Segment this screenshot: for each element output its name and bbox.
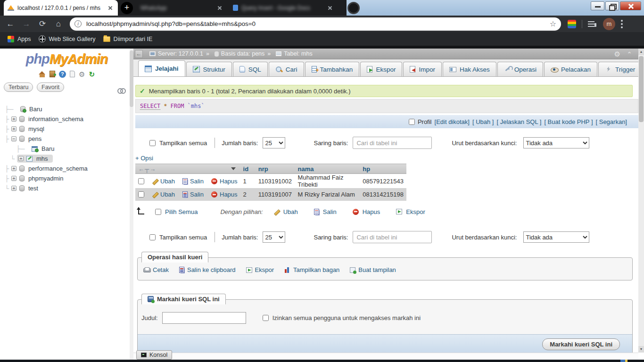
bookmark-submit-button[interactable]: Markahi kueri SQL ini	[542, 338, 620, 350]
row-edit-link[interactable]: Ubah	[160, 191, 175, 198]
logout-icon[interactable]	[50, 71, 55, 77]
filter-rows-input[interactable]	[353, 231, 432, 243]
column-header-hp[interactable]: hp	[360, 164, 406, 174]
rows-count-select[interactable]: 25	[263, 137, 285, 148]
refresh-icon[interactable]	[89, 71, 95, 78]
site-info-icon[interactable]	[74, 20, 82, 27]
tab-tambahkan[interactable]: Tambahkan	[305, 62, 360, 76]
tree-item-information-schema[interactable]: ├ information_schema	[0, 114, 133, 124]
browser-tab-whatsapp[interactable]: WhatsApp	[137, 0, 227, 16]
expand-icon[interactable]	[11, 116, 17, 122]
display-chart-link[interactable]: Tampilkan bagan	[293, 266, 339, 273]
column-nav-header[interactable]: ←┬→	[135, 164, 240, 174]
export-link[interactable]: Ekspor	[255, 266, 274, 273]
tree-item-new-database[interactable]: ├─ Baru	[0, 104, 133, 114]
back-icon[interactable]: ←	[5, 18, 16, 30]
tab-operasi[interactable]: Operasi	[497, 62, 543, 76]
page-scrollbar[interactable]	[638, 49, 644, 353]
sidebar-scrollbar[interactable]	[130, 49, 133, 360]
tree-item-new-table[interactable]: ├─ Baru	[0, 144, 133, 154]
edit-pencil-icon[interactable]	[152, 178, 158, 184]
page-settings-gear-icon[interactable]	[614, 50, 620, 58]
tab-struktur[interactable]: Struktur	[186, 62, 232, 76]
favorite-tables-button[interactable]: Favorit	[37, 82, 64, 92]
scroll-up-icon[interactable]	[638, 49, 644, 55]
row-delete-link[interactable]: Hapus	[220, 178, 238, 185]
sort-caret-icon[interactable]	[231, 167, 236, 170]
settings-gear-icon[interactable]	[79, 71, 85, 78]
tab-sql[interactable]: SQL	[233, 62, 268, 76]
copy-icon[interactable]	[314, 209, 319, 215]
tree-item-mysql[interactable]: ├ mysql	[0, 124, 133, 134]
show-all-checkbox[interactable]	[149, 140, 156, 146]
tab-cari[interactable]: Cari	[269, 62, 304, 76]
close-icon[interactable]	[107, 4, 114, 12]
column-header-id[interactable]: id	[240, 164, 256, 174]
chart-icon[interactable]	[284, 267, 290, 273]
create-php-code-link[interactable]: [ Buat kode PHP ]	[544, 118, 593, 125]
bookmark-web-slice-gallery[interactable]: Web Slice Gallery	[39, 35, 96, 42]
delete-icon[interactable]	[211, 191, 217, 197]
rows-count-select[interactable]: 25	[263, 231, 285, 243]
row-checkbox[interactable]	[138, 178, 144, 184]
link-chain-icon[interactable]	[117, 88, 125, 92]
sidebar-collapse-icon[interactable]	[135, 50, 143, 58]
tab-ekspor[interactable]: Ekspor	[360, 62, 402, 76]
expand-icon[interactable]	[11, 186, 17, 191]
menu-dots-icon[interactable]	[621, 20, 623, 28]
documentation-icon[interactable]	[70, 71, 75, 77]
breadcrumb-database[interactable]: Basis data: pens	[221, 50, 264, 57]
edit-inline-link[interactable]: [Edit dikotak]	[435, 118, 470, 125]
delete-icon[interactable]	[353, 209, 359, 215]
browser-tab-gdocs[interactable]: Query Insert - Google Docs	[229, 0, 338, 16]
filter-rows-input[interactable]	[353, 137, 432, 149]
export-icon[interactable]	[396, 209, 402, 214]
check-all-checkbox[interactable]	[155, 209, 161, 215]
home-icon[interactable]: ⌂	[53, 18, 64, 30]
print-link[interactable]: Cetak	[153, 266, 169, 273]
tab-impor[interactable]: Impor	[403, 62, 442, 76]
edit-link[interactable]: [ Ubah ]	[472, 118, 494, 125]
tab-pelacakan[interactable]: Pelacakan	[544, 62, 597, 76]
selected-delete-link[interactable]: Hapus	[363, 208, 380, 215]
row-delete-link[interactable]: Hapus	[220, 191, 238, 198]
create-view-icon[interactable]	[350, 267, 355, 273]
minimize-button[interactable]	[591, 1, 604, 10]
address-bar[interactable]: localhost/phpmyadmin/sql.php?db=pens&tab…	[70, 17, 561, 31]
breadcrumb-server[interactable]: Server: 127.0.0.1	[158, 50, 203, 57]
export-icon[interactable]	[246, 267, 252, 273]
collapse-icon[interactable]	[11, 136, 17, 141]
url-text[interactable]: localhost/phpmyadmin/sql.php?db=pens&tab…	[86, 20, 550, 27]
copy-icon[interactable]	[182, 191, 188, 197]
create-view-link[interactable]: Buat tampilan	[358, 266, 396, 273]
tree-item-test[interactable]: └ test	[0, 183, 133, 193]
column-header-nrp[interactable]: nrp	[256, 164, 295, 174]
bookmark-star-icon[interactable]	[550, 19, 556, 28]
close-window-button[interactable]	[620, 1, 641, 10]
browser-tab-active[interactable]: localhost / 127.0.0.1 / pens / mhs	[4, 0, 118, 16]
tab-hak-akses[interactable]: Hak Akses	[443, 62, 496, 76]
copy-to-clipboard-link[interactable]: Salin ke clipboard	[187, 266, 236, 273]
allow-all-users-checkbox[interactable]	[263, 315, 269, 321]
selected-copy-link[interactable]: Salin	[323, 208, 337, 215]
show-all-checkbox[interactable]	[149, 234, 156, 240]
expand-icon[interactable]	[18, 156, 24, 161]
breadcrumb-table[interactable]: Tabel: mhs	[284, 50, 312, 57]
reload-icon[interactable]: ⟳	[37, 18, 48, 30]
options-toggle-link[interactable]: + Opsi	[135, 155, 638, 162]
recent-tables-button[interactable]: Terbaru	[4, 82, 33, 92]
scroll-down-icon[interactable]	[638, 346, 644, 353]
collapse-panel-icon[interactable]	[627, 51, 632, 58]
forward-icon[interactable]: →	[21, 18, 32, 30]
profiling-checkbox[interactable]	[409, 119, 415, 125]
edit-pencil-icon[interactable]	[273, 209, 280, 215]
tree-item-pens[interactable]: ├ pens	[0, 134, 133, 144]
selected-export-link[interactable]: Ekspor	[406, 208, 425, 215]
home-icon[interactable]	[39, 71, 46, 77]
console-toggle[interactable]: Konsol	[136, 350, 172, 360]
bookmark-title-input[interactable]	[162, 312, 246, 324]
profile-avatar[interactable]: m	[603, 18, 615, 30]
tree-item-phpmyadmin[interactable]: ├ phpmyadmin	[0, 173, 133, 183]
tree-item-mhs[interactable]: └ mhs	[0, 154, 133, 164]
row-copy-link[interactable]: Salin	[190, 178, 204, 185]
